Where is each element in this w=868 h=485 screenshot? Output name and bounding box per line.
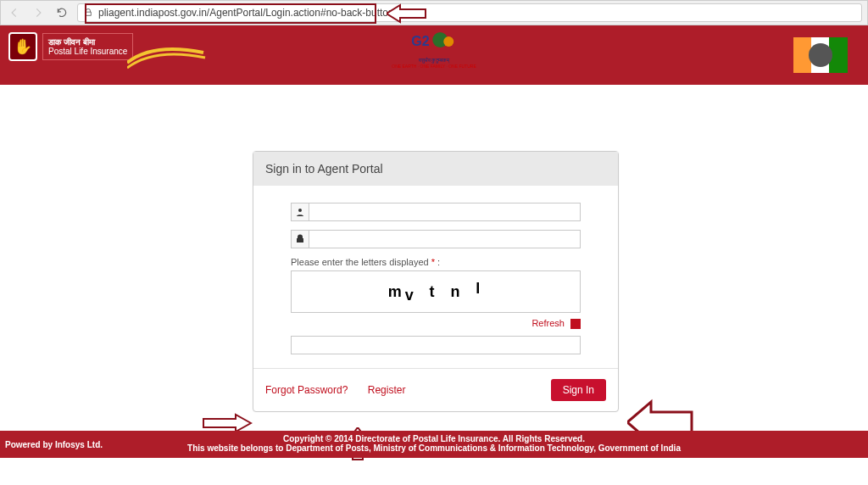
ashoka-icon: [809, 43, 832, 67]
address-bar[interactable]: pliagent.indiapost.gov.in/AgentPortal/Lo…: [77, 3, 862, 22]
hand-icon: ✋: [8, 32, 37, 61]
captcha-image: m v t n l: [291, 270, 581, 313]
captcha-input[interactable]: [291, 336, 581, 354]
password-lock-icon: [291, 230, 309, 248]
svg-marker-5: [203, 415, 251, 432]
username-input[interactable]: [309, 203, 581, 221]
signin-button[interactable]: Sign In: [551, 379, 606, 401]
forgot-password-link[interactable]: Forgot Password?: [265, 384, 348, 396]
brand-name-hi: डाक जीवन बीमा: [48, 37, 127, 47]
footer-ownership: This website belongs to Department of Po…: [0, 443, 868, 453]
pli-logo: ✋ डाक जीवन बीमा Postal Life Insurance: [8, 32, 133, 61]
brand-header: ✋ डाक जीवन बीमा Postal Life Insurance G2…: [0, 25, 868, 85]
login-title: Sign in to Agent Portal: [253, 152, 618, 186]
register-link[interactable]: Register: [368, 384, 406, 396]
svg-text:G2: G2: [411, 34, 429, 48]
browser-toolbar: pliagent.indiapost.gov.in/AgentPortal/Lo…: [0, 0, 868, 25]
footer-powered: Powered by Infosys Ltd.: [5, 440, 103, 449]
refresh-captcha-link[interactable]: Refresh: [531, 318, 565, 328]
page-body: Sign in to Agent Portal Please enter the…: [0, 85, 868, 458]
forward-button[interactable]: [30, 4, 47, 21]
lock-icon: [83, 8, 93, 18]
svg-point-3: [443, 36, 453, 47]
svg-point-4: [298, 209, 302, 212]
back-button[interactable]: [6, 4, 23, 21]
captcha-label: Please enter the letters displayed * :: [291, 257, 581, 267]
g20-logo: G2 वसुधैव कुटुम्बकम् ONE EARTH · ONE FAM…: [392, 31, 476, 69]
national-emblem: [793, 37, 848, 73]
url-text: pliagent.indiapost.gov.in/AgentPortal/Lo…: [98, 7, 394, 19]
password-input[interactable]: [309, 230, 581, 248]
refresh-icon: [570, 319, 581, 329]
login-card: Sign in to Agent Portal Please enter the…: [253, 151, 619, 412]
swoosh-icon: [127, 37, 212, 75]
reload-button[interactable]: [53, 4, 70, 21]
user-icon: [291, 203, 309, 221]
footer-copyright: Copyright © 2014 Directorate of Postal L…: [0, 434, 868, 443]
footer: Powered by Infosys Ltd. Copyright © 2014…: [0, 431, 868, 458]
brand-name-en: Postal Life Insurance: [48, 47, 127, 56]
